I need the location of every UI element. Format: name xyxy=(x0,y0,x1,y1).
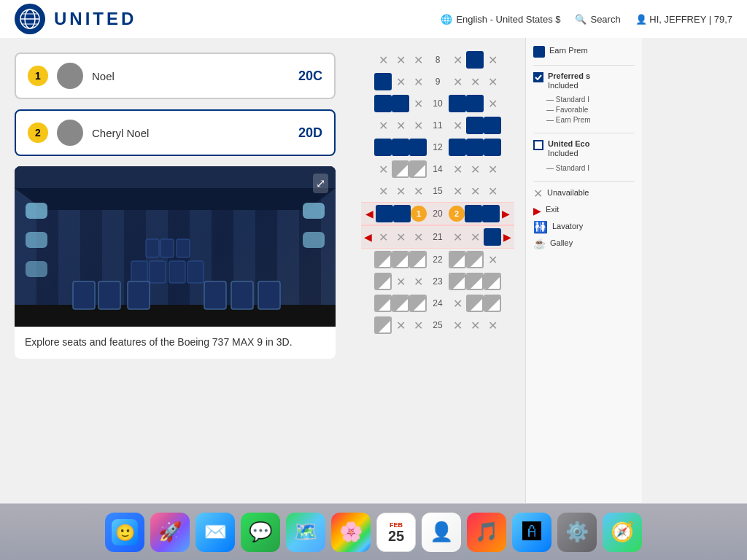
expand-icon[interactable]: ⤢ xyxy=(313,174,328,193)
dock-music[interactable]: 🎵 xyxy=(467,513,506,552)
seat-23d[interactable] xyxy=(449,273,466,290)
seat-8d[interactable]: ✕ xyxy=(449,51,466,69)
seat-21b[interactable]: ✕ xyxy=(392,228,409,246)
seat-14d[interactable]: ✕ xyxy=(449,160,466,178)
seat-22d[interactable] xyxy=(449,251,466,268)
svg-rect-12 xyxy=(15,305,336,327)
seat-23f[interactable] xyxy=(484,273,501,290)
seat-20e[interactable] xyxy=(465,205,482,222)
seat-9d[interactable]: ✕ xyxy=(449,73,466,90)
seat-10a[interactable] xyxy=(374,95,392,112)
seat-10d[interactable] xyxy=(449,95,466,112)
seat-22f[interactable]: ✕ xyxy=(484,251,501,268)
dock-system-prefs[interactable]: ⚙️ xyxy=(557,513,597,552)
language-selector[interactable]: 🌐 English - United States $ xyxy=(441,14,560,25)
seat-11d[interactable]: ✕ xyxy=(449,117,466,134)
svg-rect-11 xyxy=(303,232,325,248)
seat-12b[interactable] xyxy=(392,139,409,156)
seat-8e[interactable] xyxy=(466,51,484,69)
svg-rect-8 xyxy=(26,232,47,248)
passenger-card-2[interactable]: 2 Cheryl Noel 20D xyxy=(15,109,336,156)
seat-21c[interactable]: ✕ xyxy=(409,228,427,246)
seat-14a[interactable]: ✕ xyxy=(374,160,392,178)
seat-22a[interactable] xyxy=(374,251,392,268)
seat-8c[interactable]: ✕ xyxy=(409,51,427,69)
seat-10b[interactable] xyxy=(392,95,409,112)
seat-24f[interactable] xyxy=(484,295,501,312)
seat-11e[interactable] xyxy=(466,117,484,134)
seat-21f[interactable] xyxy=(484,228,501,246)
seat-25c[interactable]: ✕ xyxy=(409,316,427,334)
seat-15e[interactable]: ✕ xyxy=(466,182,484,200)
seat-15a[interactable]: ✕ xyxy=(374,182,392,200)
seat-12c[interactable] xyxy=(409,139,427,156)
dock-maps[interactable]: 🗺️ xyxy=(286,513,325,552)
dock-photos[interactable]: 🌸 xyxy=(331,513,371,552)
seat-20d-selected[interactable]: 2 xyxy=(449,206,465,222)
exit-arrow-right-21: ▶ xyxy=(503,231,511,243)
seat-23b[interactable]: ✕ xyxy=(392,273,409,290)
seat-10f[interactable]: ✕ xyxy=(484,95,501,112)
dock-calendar[interactable]: FEB 25 xyxy=(376,513,416,552)
seat-25a[interactable] xyxy=(374,316,392,334)
seat-24a[interactable] xyxy=(374,295,392,312)
dock-contacts[interactable]: 👤 xyxy=(422,513,461,552)
seat-21d[interactable]: ✕ xyxy=(449,228,466,246)
passenger-card-1[interactable]: 1 Noel 20C xyxy=(15,52,336,99)
seat-21e[interactable]: ✕ xyxy=(466,228,484,246)
seat-22e[interactable] xyxy=(466,251,484,268)
seat-23e[interactable] xyxy=(466,273,484,290)
seat-9c[interactable]: ✕ xyxy=(409,73,427,90)
seat-24d[interactable]: ✕ xyxy=(449,295,466,312)
seat-14c[interactable] xyxy=(409,160,427,178)
seat-12d[interactable] xyxy=(449,139,466,156)
seat-8f[interactable]: ✕ xyxy=(484,51,501,69)
seat-11a[interactable]: ✕ xyxy=(374,117,392,134)
seat-25d[interactable]: ✕ xyxy=(449,316,466,334)
search-button[interactable]: 🔍 Search xyxy=(575,14,620,25)
seat-9b[interactable]: ✕ xyxy=(392,73,409,90)
seat-12a[interactable] xyxy=(374,139,392,156)
seat-20a[interactable] xyxy=(376,205,393,222)
seat-15f[interactable]: ✕ xyxy=(484,182,501,200)
seat-24e[interactable] xyxy=(466,295,484,312)
dock-messages[interactable]: 💬 xyxy=(241,513,280,552)
seat-25b[interactable]: ✕ xyxy=(392,316,409,334)
seat-15c[interactable]: ✕ xyxy=(409,182,427,200)
seat-14b[interactable] xyxy=(392,160,409,178)
seat-22c[interactable] xyxy=(409,251,427,268)
seat-20c-selected[interactable]: 1 xyxy=(411,206,427,222)
dock-appstore[interactable]: 🅰 xyxy=(512,513,551,552)
seat-11c[interactable]: ✕ xyxy=(409,117,427,134)
seat-25f[interactable]: ✕ xyxy=(484,316,501,334)
dock-finder[interactable]: 🙂 xyxy=(105,513,144,552)
seat-10e[interactable] xyxy=(466,95,484,112)
seat-9a[interactable] xyxy=(374,73,392,90)
seat-22b[interactable] xyxy=(392,251,409,268)
seat-11f[interactable] xyxy=(484,117,501,134)
seat-14f[interactable]: ✕ xyxy=(484,160,501,178)
seat-10c[interactable]: ✕ xyxy=(409,95,427,112)
seat-20f[interactable] xyxy=(482,205,500,222)
seat-23a[interactable] xyxy=(374,273,392,290)
seat-24b[interactable] xyxy=(392,295,409,312)
seat-11b[interactable]: ✕ xyxy=(392,117,409,134)
seat-21a[interactable]: ✕ xyxy=(374,228,392,246)
seat-12f[interactable] xyxy=(484,139,501,156)
seat-15d[interactable]: ✕ xyxy=(449,182,466,200)
seat-12e[interactable] xyxy=(466,139,484,156)
seat-8b[interactable]: ✕ xyxy=(392,51,409,69)
seat-24c[interactable] xyxy=(409,295,427,312)
dock-launchpad[interactable]: 🚀 xyxy=(150,513,190,552)
dock-mail[interactable]: ✉️ xyxy=(196,513,235,552)
seat-25e[interactable]: ✕ xyxy=(466,316,484,334)
seat-9f[interactable]: ✕ xyxy=(484,73,501,90)
right-legend-panel: Earn Prem Preferred s Included — Standar… xyxy=(525,38,642,503)
dock-safari[interactable]: 🧭 xyxy=(603,513,642,552)
seat-8a[interactable]: ✕ xyxy=(374,51,392,69)
seat-15b[interactable]: ✕ xyxy=(392,182,409,200)
seat-20b[interactable] xyxy=(393,205,411,222)
seat-9e[interactable]: ✕ xyxy=(466,73,484,90)
seat-23c[interactable]: ✕ xyxy=(409,273,427,290)
seat-14e[interactable]: ✕ xyxy=(466,160,484,178)
